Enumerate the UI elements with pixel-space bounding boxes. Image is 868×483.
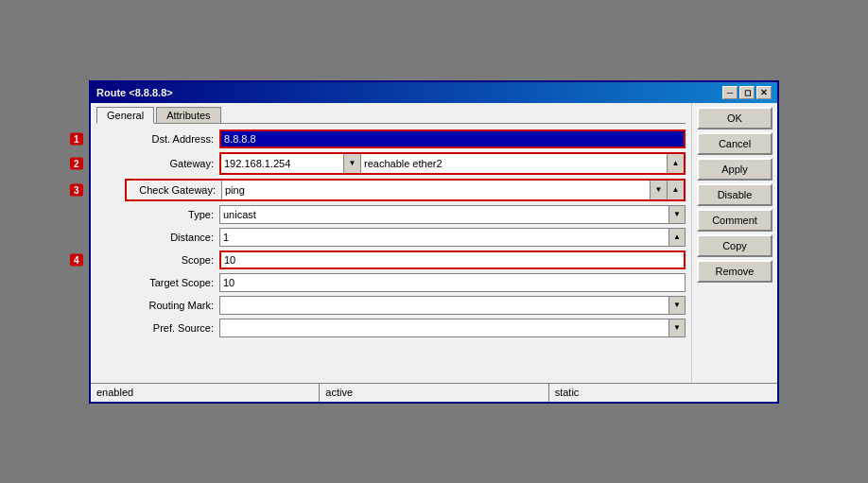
check-gateway-container: Check Gateway: ▼ ▲ [125,179,686,201]
type-input[interactable] [219,205,668,224]
tab-attributes[interactable]: Attributes [156,107,220,123]
check-gateway-input[interactable] [221,181,650,199]
left-panel: General Attributes 1 Dst. Address: 2 Gat… [91,103,692,383]
title-bar: Route <8.8.8.8> ─ ◻ ✕ [91,82,777,103]
status-active: active [320,384,548,402]
check-gateway-down-button[interactable]: ▼ [650,181,667,199]
apply-button[interactable]: Apply [697,158,773,181]
type-row: Type: ▼ [96,205,686,224]
main-content: General Attributes 1 Dst. Address: 2 Gat… [91,103,777,383]
dst-address-input[interactable] [219,129,686,148]
minimize-button[interactable]: ─ [722,86,738,99]
check-gateway-label: Check Gateway: [127,181,221,199]
distance-row: Distance: ▲ [96,228,686,247]
badge-2: 2 [70,157,83,169]
status-enabled: enabled [91,384,320,402]
pref-source-label: Pref. Source: [125,322,219,334]
title-controls: ─ ◻ ✕ [722,86,772,99]
gateway-row: 2 Gateway: ▼ ▲ [96,152,686,175]
routing-mark-container: ▼ [219,296,686,315]
right-panel: OK Cancel Apply Disable Comment Copy Rem… [692,103,777,383]
close-button[interactable]: ✕ [756,86,772,99]
distance-up-button[interactable]: ▲ [668,228,686,247]
check-gateway-row: 3 Check Gateway: ▼ ▲ [96,179,686,201]
status-bar: enabled active static [91,383,777,402]
distance-container: ▲ [219,228,686,247]
routing-mark-row: Routing Mark: ▼ [96,296,686,315]
dst-address-row: 1 Dst. Address: [96,129,686,148]
routing-mark-down-button[interactable]: ▼ [668,296,686,315]
restore-button[interactable]: ◻ [739,86,755,99]
routing-mark-input[interactable] [219,296,668,315]
target-scope-container [219,273,686,292]
gateway-input[interactable] [221,154,344,173]
distance-input[interactable] [219,228,668,247]
pref-source-down-button[interactable]: ▼ [668,319,686,337]
target-scope-input[interactable] [219,273,686,292]
remove-button[interactable]: Remove [697,260,773,283]
spacer [96,341,686,379]
gateway-label: Gateway: [125,158,219,169]
type-container: ▼ [219,205,686,224]
scope-input[interactable] [219,250,686,269]
distance-label: Distance: [125,232,219,243]
tab-general[interactable]: General [96,107,154,124]
target-scope-row: Target Scope: [96,273,686,292]
type-down-button[interactable]: ▼ [668,205,686,224]
target-scope-label: Target Scope: [125,277,219,288]
window-title: Route <8.8.8.8> [96,87,173,98]
comment-button[interactable]: Comment [697,209,773,232]
gateway-up-button[interactable]: ▲ [667,154,684,173]
ok-button[interactable]: OK [697,107,773,129]
scope-label: Scope: [125,254,219,266]
type-label: Type: [125,209,219,220]
disable-button[interactable]: Disable [697,183,773,206]
status-static: static [549,384,777,402]
gateway-down-button[interactable]: ▼ [344,154,361,173]
pref-source-row: Pref. Source: ▼ [96,319,686,337]
badge-1: 1 [70,132,83,145]
scope-row-wrapper: 4 Scope: [96,250,686,269]
main-window: Route <8.8.8.8> ─ ◻ ✕ General Attributes… [89,80,779,404]
pref-source-input[interactable] [219,319,668,337]
routing-mark-label: Routing Mark: [125,300,219,311]
badge-4: 4 [70,253,83,266]
scope-row: Scope: [125,250,686,269]
tab-bar: General Attributes [96,107,686,124]
gateway-inputs: ▼ ▲ [219,152,686,175]
badge-3: 3 [70,183,83,196]
cancel-button[interactable]: Cancel [697,132,773,155]
check-gateway-up-button[interactable]: ▲ [667,181,684,199]
gateway-interface-input[interactable] [361,154,667,173]
copy-button[interactable]: Copy [697,234,773,257]
pref-source-container: ▼ [219,319,686,337]
dst-address-label: Dst. Address: [125,133,219,145]
